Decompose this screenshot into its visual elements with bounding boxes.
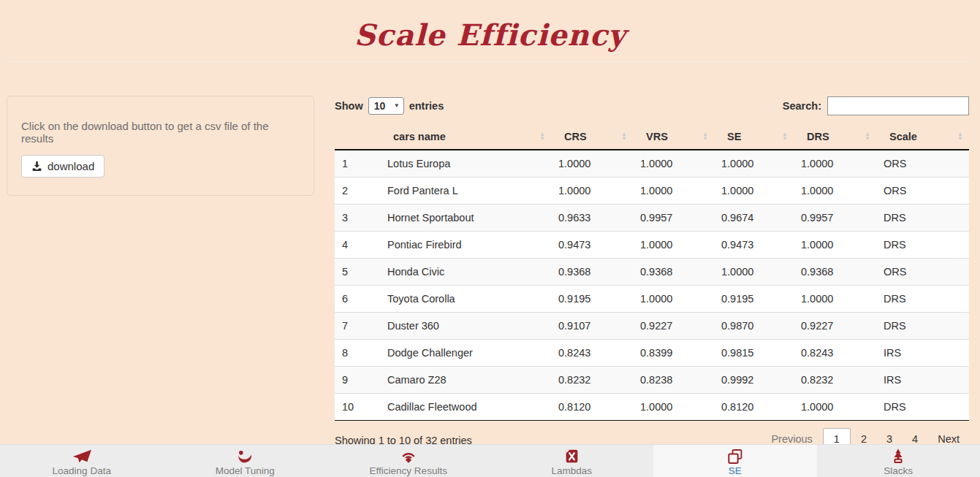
crs-cell: 0.8243 [551, 339, 633, 366]
column-header-drs[interactable]: DRS ▲▼ [794, 124, 876, 150]
bottom-navbar: Loading Data Model Tuning Efficiency Res… [0, 444, 980, 477]
crs-cell: 0.9473 [551, 231, 633, 258]
column-header-cars-name[interactable]: cars name ▲▼ [380, 124, 551, 150]
drs-cell: 0.8243 [794, 339, 876, 366]
download-panel: Click on the download button to get a cs… [7, 96, 314, 196]
signal-diamond-icon [400, 449, 417, 465]
table-controls: Show 10 ▼ entries Search: [335, 96, 969, 115]
vrs-cell: 0.9227 [633, 312, 714, 339]
car-name-cell: Honda Civic [380, 258, 551, 285]
car-name-cell: Pontiac Firebird [380, 231, 551, 258]
scale-cell: ORS [876, 177, 969, 204]
clone-icon [727, 449, 743, 465]
tab-efficiency-results[interactable]: Efficiency Results [327, 445, 490, 477]
page-length-value: 10 [374, 100, 386, 112]
crs-cell: 0.8120 [551, 393, 633, 420]
drs-cell: 0.9957 [794, 204, 876, 231]
scale-cell: DRS [876, 312, 969, 339]
search-label: Search: [783, 100, 821, 112]
row-index-cell: 1 [335, 150, 380, 177]
column-header-crs[interactable]: CRS ▲▼ [551, 124, 633, 150]
sort-icon: ▲▼ [957, 132, 963, 141]
vrs-cell: 0.8399 [633, 339, 714, 366]
scale-cell: DRS [876, 204, 969, 231]
crs-cell: 0.9633 [551, 204, 633, 231]
table-row: 2Ford Pantera L1.00001.00001.00001.0000O… [335, 177, 969, 204]
car-name-cell: Cadillac Fleetwood [380, 393, 551, 420]
scale-cell: DRS [876, 231, 969, 258]
row-index-cell: 6 [335, 285, 380, 312]
scale-cell: DRS [876, 285, 969, 312]
crs-cell: 0.9195 [551, 285, 633, 312]
table-row: 7Duster 3600.91070.92270.98700.9227DRS [335, 312, 969, 339]
paper-plane-icon [72, 449, 92, 465]
table-row: 9Camaro Z280.82320.82380.99920.8232IRS [335, 366, 969, 393]
tab-model-tuning[interactable]: Model Tuning [164, 445, 327, 477]
car-name-cell: Duster 360 [380, 312, 551, 339]
tab-label: Loading Data [53, 465, 111, 477]
car-name-cell: Dodge Challenger [380, 339, 551, 366]
download-button[interactable]: download [21, 155, 105, 178]
table-row: 3Hornet Sportabout0.96330.99570.96740.99… [335, 204, 969, 231]
vrs-cell: 1.0000 [633, 177, 714, 204]
tab-se[interactable]: SE [653, 445, 817, 477]
crescent-icon [236, 449, 254, 465]
table-row: 10Cadillac Fleetwood0.81201.00000.81201.… [335, 393, 969, 420]
tree-icon [890, 449, 906, 465]
row-index-cell: 7 [335, 312, 380, 339]
vrs-cell: 1.0000 [633, 285, 714, 312]
page-length-select[interactable]: 10 ▼ [368, 97, 404, 115]
length-label-before: Show [335, 100, 363, 112]
title-divider [7, 61, 973, 62]
tab-label: SE [729, 465, 742, 477]
tab-lambdas[interactable]: Lambdas [490, 445, 654, 477]
car-name-cell: Camaro Z28 [380, 366, 551, 393]
results-table-area: Show 10 ▼ entries Search: [335, 96, 969, 450]
se-cell: 0.9870 [714, 312, 794, 339]
download-icon [31, 161, 42, 172]
drs-cell: 0.8232 [794, 366, 876, 393]
se-cell: 0.8120 [714, 393, 794, 420]
row-index-cell: 4 [335, 231, 380, 258]
search-input[interactable] [827, 96, 969, 115]
results-table: cars name ▲▼ CRS ▲▼ VRS ▲▼ SE ▲▼ [335, 124, 969, 421]
drs-cell: 1.0000 [794, 393, 876, 420]
sort-icon: ▲▼ [782, 132, 788, 141]
drs-cell: 1.0000 [794, 285, 876, 312]
crs-cell: 0.9107 [551, 312, 633, 339]
tab-loading-data[interactable]: Loading Data [0, 445, 164, 477]
sort-icon: ▲▼ [702, 132, 708, 141]
vrs-cell: 0.9957 [633, 204, 714, 231]
scale-cell: DRS [876, 393, 969, 420]
column-header-vrs[interactable]: VRS ▲▼ [633, 124, 714, 150]
table-row: 6Toyota Corolla0.91951.00000.91951.0000D… [335, 285, 969, 312]
page-length-control: Show 10 ▼ entries [335, 97, 444, 115]
chevron-down-icon: ▼ [394, 102, 400, 109]
drs-cell: 0.9368 [794, 258, 876, 285]
table-info: Showing 1 to 10 of 32 entries [335, 428, 472, 446]
download-button-label: download [48, 160, 94, 172]
scale-cell: ORS [876, 150, 969, 177]
column-header-se[interactable]: SE ▲▼ [714, 124, 794, 150]
se-cell: 0.9195 [714, 285, 794, 312]
car-name-cell: Ford Pantera L [380, 177, 551, 204]
table-row: 8Dodge Challenger0.82430.83990.98150.824… [335, 339, 969, 366]
vrs-cell: 0.8238 [633, 366, 714, 393]
scale-cell: IRS [876, 366, 969, 393]
row-index-cell: 9 [335, 366, 380, 393]
se-cell: 0.9992 [714, 366, 794, 393]
column-header-index[interactable] [335, 124, 380, 150]
length-label-after: entries [409, 100, 444, 112]
se-cell: 0.9815 [714, 339, 794, 366]
crs-cell: 1.0000 [551, 177, 633, 204]
table-row: 4Pontiac Firebird0.94731.00000.94731.000… [335, 231, 969, 258]
se-cell: 1.0000 [714, 258, 794, 285]
tab-slacks[interactable]: Slacks [817, 445, 980, 477]
crs-cell: 1.0000 [551, 150, 633, 177]
download-help-text: Click on the download button to get a cs… [21, 120, 299, 145]
column-header-scale[interactable]: Scale ▲▼ [876, 124, 969, 150]
tab-label: Lambdas [551, 465, 592, 477]
table-row: 1Lotus Europa1.00001.00001.00001.0000ORS [335, 150, 969, 177]
tab-label: Slacks [884, 465, 913, 477]
tab-label: Model Tuning [216, 465, 275, 477]
